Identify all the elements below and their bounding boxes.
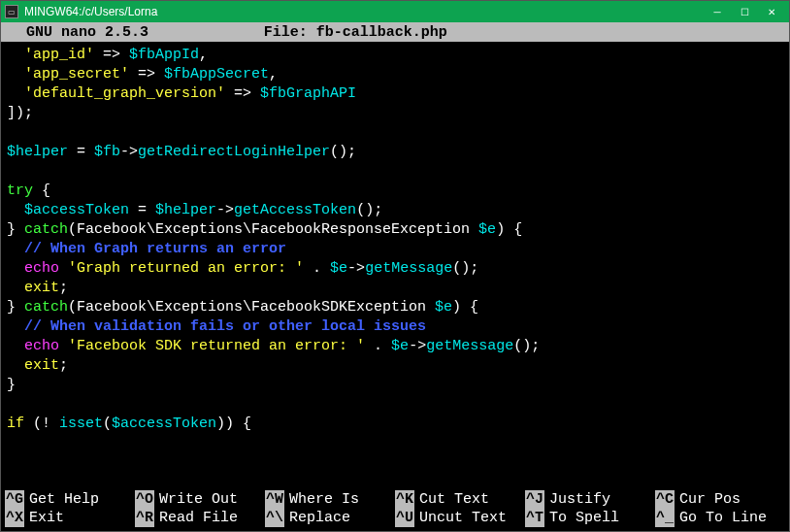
maximize-button[interactable]: ☐ — [731, 2, 758, 21]
close-button[interactable]: ✕ — [758, 2, 785, 21]
titlebar[interactable]: ▭ MINGW64:/c/Users/Lorna ─ ☐ ✕ — [1, 1, 789, 22]
code-content: 'app_id' => $fbAppId, 'app_secret' => $f… — [7, 46, 783, 434]
shortcut-to-spell[interactable]: ^TTo Spell — [525, 509, 655, 527]
shortcut-cut-text[interactable]: ^KCut Text — [395, 490, 525, 509]
shortcut-bar: ^GGet Help ^OWrite Out ^WWhere Is ^KCut … — [1, 488, 789, 531]
shortcut-justify[interactable]: ^JJustify — [525, 490, 655, 509]
shortcut-where-is[interactable]: ^WWhere Is — [265, 490, 395, 509]
shortcut-read-file[interactable]: ^RRead File — [135, 509, 265, 527]
shortcut-replace[interactable]: ^\Replace — [265, 509, 395, 527]
nano-header: GNU nano 2.5.3 File: fb-callback.php — [1, 22, 789, 42]
nano-file-info: File: fb-callback.php — [264, 24, 527, 41]
shortcut-get-help[interactable]: ^GGet Help — [5, 490, 135, 509]
terminal-window: ▭ MINGW64:/c/Users/Lorna ─ ☐ ✕ GNU nano … — [0, 0, 790, 532]
shortcut-uncut-text[interactable]: ^UUncut Text — [395, 509, 525, 527]
shortcut-row-1: ^GGet Help ^OWrite Out ^WWhere Is ^KCut … — [5, 490, 785, 509]
shortcut-exit[interactable]: ^XExit — [5, 509, 135, 527]
shortcut-go-to-line[interactable]: ^_Go To Line — [655, 509, 785, 527]
app-icon: ▭ — [5, 5, 18, 18]
window-title: MINGW64:/c/Users/Lorna — [24, 5, 704, 18]
minimize-button[interactable]: ─ — [704, 2, 731, 21]
editor-area[interactable]: 'app_id' => $fbAppId, 'app_secret' => $f… — [1, 42, 789, 488]
shortcut-row-2: ^XExit ^RRead File ^\Replace ^UUncut Tex… — [5, 509, 785, 527]
nano-app-name: GNU nano 2.5.3 — [9, 24, 264, 41]
shortcut-cur-pos[interactable]: ^CCur Pos — [655, 490, 785, 509]
window-controls: ─ ☐ ✕ — [704, 2, 785, 21]
shortcut-write-out[interactable]: ^OWrite Out — [135, 490, 265, 509]
